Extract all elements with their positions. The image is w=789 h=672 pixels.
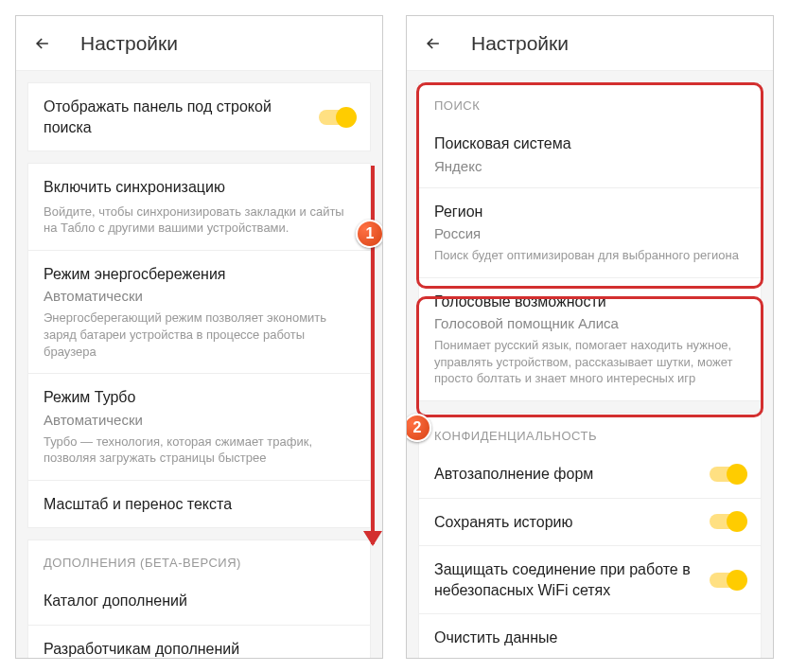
clear-title: Очистить данные (434, 628, 745, 648)
history-switch[interactable] (710, 514, 745, 529)
back-icon[interactable] (422, 32, 445, 55)
addons-header: ДОПОЛНЕНИЯ (БЕТА-ВЕРСИЯ) (27, 539, 371, 577)
page-title: Настройки (471, 32, 569, 55)
protect-row[interactable]: Защищать соединение при работе в небезоп… (419, 546, 761, 614)
panel-toggle-card: Отображать панель под строкой поиска (27, 82, 371, 151)
voice-title: Голосовые возможности (434, 292, 745, 312)
search-engine-value: Яндекс (434, 158, 745, 174)
turbo-value: Автоматически (44, 412, 355, 428)
turbo-desc: Турбо — технология, которая сжимает траф… (44, 433, 355, 467)
turbo-title: Режим Турбо (44, 387, 355, 408)
history-title: Сохранять историю (434, 512, 698, 533)
search-engine-title: Поисковая система (434, 133, 745, 154)
region-value: Россия (434, 225, 745, 241)
screen-left: Настройки Отображать панель под строкой … (15, 15, 383, 659)
search-engine-row[interactable]: Поисковая система Яндекс (419, 120, 761, 188)
sync-desc: Войдите, чтобы синхронизировать закладки… (44, 203, 355, 237)
devs-title: Разработчикам дополнений (44, 639, 355, 659)
panel-toggle-label: Отображать панель под строкой поиска (44, 97, 307, 137)
screen-right: Настройки ПОИСК Поисковая система Яндекс… (406, 15, 774, 659)
sync-card: Включить синхронизацию Войдите, чтобы си… (27, 163, 371, 528)
back-icon[interactable] (31, 32, 54, 55)
catalog-title: Каталог дополнений (44, 591, 355, 611)
devs-row[interactable]: Разработчикам дополнений (28, 626, 370, 659)
history-row[interactable]: Сохранять историю (419, 499, 761, 547)
autofill-title: Автозаполнение форм (434, 464, 698, 485)
voice-value: Голосовой помощник Алиса (434, 315, 745, 331)
panel-toggle-switch[interactable] (319, 110, 355, 125)
protect-switch[interactable] (710, 573, 745, 588)
privacy-header: КОНФИДЕНЦИАЛЬНОСТЬ (418, 413, 762, 451)
region-title: Регион (434, 202, 745, 222)
sync-title: Включить синхронизацию (44, 177, 355, 198)
zoom-row[interactable]: Масштаб и перенос текста (28, 481, 370, 528)
powersave-title: Режим энергосбережения (44, 264, 355, 285)
zoom-title: Масштаб и перенос текста (44, 494, 355, 515)
search-header: ПОИСК (418, 82, 762, 120)
privacy-card: Автозаполнение форм Сохранять историю За… (418, 451, 762, 659)
autofill-row[interactable]: Автозаполнение форм (419, 451, 761, 499)
catalog-row[interactable]: Каталог дополнений (28, 577, 370, 626)
region-row[interactable]: Регион Россия Поиск будет оптимизирован … (419, 188, 761, 278)
appbar: Настройки (407, 16, 773, 71)
protect-title: Защищать соединение при работе в небезоп… (434, 559, 698, 600)
content: ПОИСК Поисковая система Яндекс Регион Ро… (407, 82, 773, 659)
search-card: Поисковая система Яндекс Регион Россия П… (418, 120, 762, 401)
appbar: Настройки (16, 16, 382, 71)
voice-row[interactable]: Голосовые возможности Голосовой помощник… (419, 278, 761, 400)
voice-desc: Понимает русский язык, помогает находить… (434, 337, 745, 387)
autofill-switch[interactable] (710, 467, 745, 482)
content: Отображать панель под строкой поиска Вкл… (16, 82, 382, 659)
region-desc: Поиск будет оптимизирован для выбранного… (434, 247, 745, 264)
powersave-row[interactable]: Режим энергосбережения Автоматически Эне… (28, 251, 370, 374)
powersave-desc: Энергосберегающий режим позволяет эконом… (44, 309, 355, 360)
sync-row[interactable]: Включить синхронизацию Войдите, чтобы си… (28, 164, 370, 251)
addons-card: Каталог дополнений Разработчикам дополне… (27, 577, 371, 659)
turbo-row[interactable]: Режим Турбо Автоматически Турбо — технол… (28, 374, 370, 481)
page-title: Настройки (80, 32, 178, 55)
clear-row[interactable]: Очистить данные (419, 614, 761, 659)
powersave-value: Автоматически (44, 288, 355, 304)
panel-toggle-row[interactable]: Отображать панель под строкой поиска (28, 83, 370, 150)
